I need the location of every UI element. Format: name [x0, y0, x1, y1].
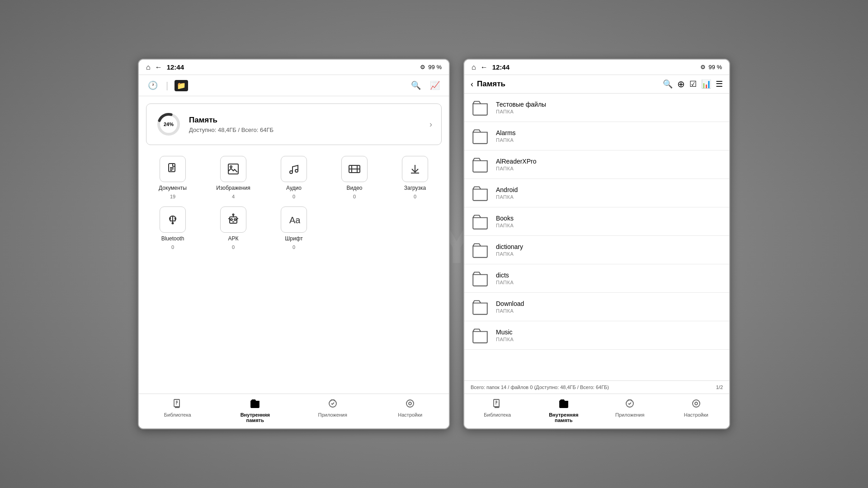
file-type-label: Аудио: [286, 185, 302, 191]
svg-point-7: [230, 166, 232, 168]
left-toolbar: 🕐 | 📁 🔍 📈: [139, 75, 449, 96]
list-item[interactable]: AlarmsПАПКА: [464, 122, 729, 150]
breadcrumb-actions: 🔍 ⊕ ☑ 📊 ☰: [663, 79, 723, 89]
file-list: Тестовые файлыПАПКА AlarmsПАПКА AlReader…: [464, 94, 729, 380]
storage-card[interactable]: 24% Память Доступно: 48,4ГБ / Всего: 64Г…: [146, 103, 442, 145]
file-type-item[interactable]: Документы19: [146, 156, 199, 199]
search-bc-icon[interactable]: 🔍: [663, 79, 673, 89]
folder-type: ПАПКА: [496, 166, 723, 171]
left-status-bar: ⌂ ← 12:44 ⚙ 99 %: [139, 60, 449, 75]
chart-icon[interactable]: 📈: [428, 79, 442, 92]
chart-bc-icon[interactable]: 📊: [701, 79, 711, 89]
folder-type: ПАПКА: [496, 251, 723, 257]
donut-percent: 24%: [156, 111, 182, 137]
folder-info: Тестовые файлыПАПКА: [496, 101, 723, 114]
file-type-label: Видео: [346, 185, 362, 191]
list-item[interactable]: Тестовые файлыПАПКА: [464, 94, 729, 122]
file-type-count: 0: [353, 194, 356, 199]
svg-point-32: [695, 402, 698, 405]
breadcrumb-title: Память: [477, 80, 659, 89]
svg-point-21: [233, 214, 234, 216]
select-bc-icon[interactable]: ☑: [689, 79, 697, 89]
back-icon[interactable]: ←: [155, 63, 162, 71]
right-battery-display: 99 %: [708, 64, 722, 70]
file-status-bar: Всего: папок 14 / файлов 0 (Доступно: 48…: [464, 380, 729, 394]
folder-info: MusicПАПКА: [496, 328, 723, 342]
bottom-tab-0[interactable]: Библиотека: [464, 397, 531, 425]
folder-info: AlReaderXProПАПКА: [496, 158, 723, 171]
folder-info: AlarmsПАПКА: [496, 129, 723, 143]
file-type-label: Шрифт: [285, 235, 302, 242]
bottom-tab-2[interactable]: Приложения: [294, 397, 372, 425]
storage-card-subtitle: Доступно: 48,4ГБ / Всего: 64ГБ: [189, 127, 422, 133]
folder-icon: [471, 269, 490, 288]
folder-icon: [471, 326, 490, 345]
folder-type: ПАПКА: [496, 280, 723, 285]
folder-name: dictionary: [496, 243, 723, 250]
file-type-item[interactable]: Загрузка0: [388, 156, 442, 199]
file-type-count: 4: [232, 194, 235, 199]
breadcrumb-back-button[interactable]: ‹: [471, 80, 473, 89]
file-type-icon-box: [160, 206, 186, 233]
bottom-tab-1[interactable]: Внутренняя память: [531, 397, 597, 425]
search-icon[interactable]: 🔍: [409, 79, 423, 92]
file-type-icon-box: [402, 156, 428, 182]
bottom-tab-2[interactable]: Приложения: [597, 397, 663, 425]
file-type-item[interactable]: Bluetooth0: [146, 206, 199, 250]
folder-name: Alarms: [496, 129, 723, 136]
folder-type: ПАПКА: [496, 308, 723, 314]
folder-icon-active[interactable]: 📁: [175, 80, 188, 91]
svg-point-27: [406, 400, 414, 407]
bottom-tab-0[interactable]: Библиотека: [139, 397, 217, 425]
svg-point-18: [231, 219, 232, 221]
list-item[interactable]: dictionaryПАПКА: [464, 236, 729, 264]
file-type-icon-box: [220, 206, 246, 233]
file-type-count: 0: [292, 194, 295, 199]
folder-icon: [471, 98, 490, 117]
add-bc-icon[interactable]: ⊕: [677, 79, 685, 89]
folder-name: AlReaderXPro: [496, 158, 723, 165]
bottom-tab-3[interactable]: Настройки: [663, 397, 730, 425]
file-type-count: 19: [170, 194, 175, 199]
storage-donut: 24%: [156, 111, 182, 137]
storage-card-title: Память: [189, 116, 422, 125]
tab-label-2: Приложения: [615, 412, 644, 418]
bottom-tab-3[interactable]: Настройки: [372, 397, 449, 425]
right-clock-display: 12:44: [492, 63, 509, 71]
status-left: ⌂ ← 12:44: [146, 63, 184, 71]
list-item[interactable]: DownloadПАПКА: [464, 293, 729, 321]
svg-rect-29: [494, 399, 499, 407]
toolbar-right-icons: 🔍 📈: [409, 79, 442, 92]
list-item[interactable]: AndroidПАПКА: [464, 179, 729, 207]
list-item[interactable]: BooksПАПКА: [464, 207, 729, 236]
screens-container: ⌂ ← 12:44 ⚙ 99 % 🕐 | 📁 🔍 📈: [138, 59, 730, 429]
file-type-item[interactable]: Изображения4: [207, 156, 260, 199]
menu-bc-icon[interactable]: ☰: [716, 79, 723, 89]
list-item[interactable]: dictsПАПКА: [464, 264, 729, 293]
svg-rect-6: [228, 164, 238, 174]
right-back-icon[interactable]: ←: [481, 63, 488, 71]
clock-icon[interactable]: 🕐: [146, 79, 160, 92]
list-item[interactable]: MusicПАПКА: [464, 321, 729, 350]
status-right: ⚙ 99 %: [420, 64, 442, 70]
page-indicator: 1/2: [716, 385, 723, 390]
list-item[interactable]: AlReaderXProПАПКА: [464, 150, 729, 179]
file-type-item[interactable]: Аудио0: [267, 156, 321, 199]
folder-name: Books: [496, 215, 723, 222]
file-type-icon-box: Aa: [281, 206, 307, 233]
file-type-item[interactable]: AaШрифт0: [267, 206, 321, 250]
home-icon[interactable]: ⌂: [146, 63, 151, 71]
left-content: 24% Память Доступно: 48,4ГБ / Всего: 64Г…: [139, 96, 449, 394]
file-type-item[interactable]: Видео0: [328, 156, 381, 199]
folder-name: Тестовые файлы: [496, 101, 723, 108]
right-home-icon[interactable]: ⌂: [472, 63, 476, 71]
bottom-tab-1[interactable]: Внутренняя память: [217, 397, 294, 425]
file-type-label: Документы: [159, 185, 187, 191]
file-type-label: Загрузка: [404, 185, 426, 191]
file-type-item[interactable]: АРК0: [207, 206, 260, 250]
svg-point-8: [290, 171, 292, 174]
svg-rect-25: [174, 399, 179, 407]
folder-type: ПАПКА: [496, 137, 723, 143]
tab-icon-2: [625, 399, 635, 411]
tab-icon-3: [691, 399, 701, 411]
